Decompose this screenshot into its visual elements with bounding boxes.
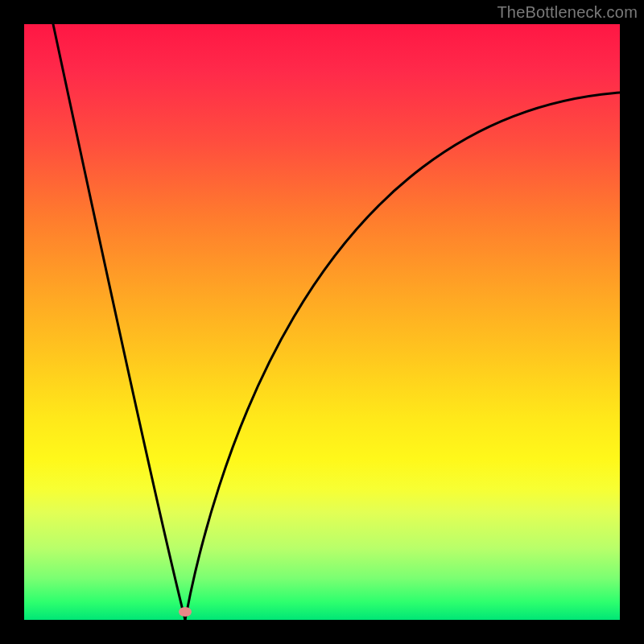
dip-marker: [179, 607, 192, 617]
bottleneck-curve: [24, 24, 620, 620]
watermark-text: TheBottleneck.com: [497, 3, 638, 22]
chart-frame: TheBottleneck.com: [0, 0, 644, 644]
plot-area: [24, 24, 620, 620]
